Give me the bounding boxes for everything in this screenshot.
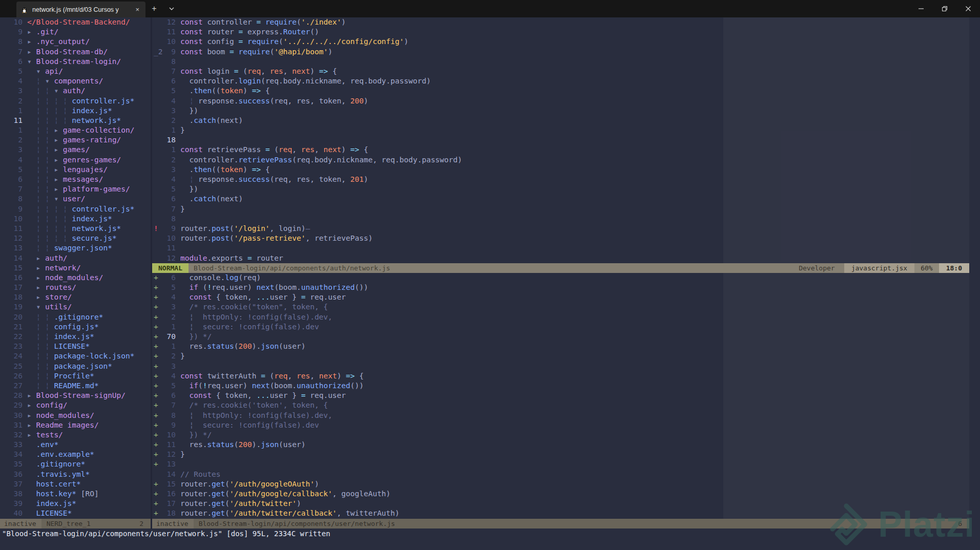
code-row[interactable]: 12const controller = require('./index') bbox=[152, 17, 969, 27]
tree-row[interactable]: 16 ▸ node_modules/ bbox=[0, 273, 151, 283]
code-row[interactable]: 6 controller.login(req.body.nickname, re… bbox=[152, 76, 969, 86]
tree-row[interactable]: 11 ¦ ¦ ¦ ¦ network.js* bbox=[0, 116, 151, 125]
tree-row[interactable]: 32▸ tests/ bbox=[0, 430, 151, 440]
tree-row[interactable]: 10</Blood-Stream-Backend/ bbox=[0, 17, 151, 27]
tree-row[interactable]: 3 ¦ ¦ ▾ auth/ bbox=[0, 86, 151, 96]
code-row[interactable]: 6 .catch(next) bbox=[152, 194, 969, 204]
tree-row[interactable]: 7 ¦ ¦ ▸ platform-games/ bbox=[0, 184, 151, 194]
tree-row[interactable]: 2 ¦ ¦ ¦ ¦ controller.js* bbox=[0, 96, 151, 106]
code-row[interactable]: +18router.get('/auth/twitter/callback', … bbox=[152, 509, 969, 518]
tree-row[interactable]: 40 LICENSE* bbox=[0, 509, 151, 518]
tree-row[interactable]: 5 ▾ api/ bbox=[0, 67, 151, 76]
tree-row[interactable]: 26 ¦ ¦ Procfile* bbox=[0, 371, 151, 381]
code-row[interactable]: +3 bbox=[152, 362, 969, 371]
code-row[interactable]: 10const config = require('../../../../co… bbox=[152, 37, 969, 47]
terminal-tab[interactable]: network.js (/mnt/d/03 Cursos y × bbox=[16, 2, 145, 17]
code-row[interactable]: 8 bbox=[152, 57, 969, 67]
tree-row[interactable]: 22 ¦ ¦ index.js* bbox=[0, 332, 151, 342]
tree-row[interactable]: 38 host.key* [RO] bbox=[0, 489, 151, 499]
code-row[interactable]: 1const retrievePass = (req, res, next) =… bbox=[152, 145, 969, 155]
code-row[interactable]: +12} bbox=[152, 450, 969, 459]
code-row[interactable]: +3 /* res.cookie("token", token, { bbox=[152, 302, 969, 312]
tree-row[interactable]: 29▸ config/ bbox=[0, 400, 151, 410]
tree-row[interactable]: 27 ¦ ¦ README.md* bbox=[0, 381, 151, 391]
code-row[interactable]: 8 bbox=[152, 214, 969, 224]
code-row[interactable]: +2} bbox=[152, 351, 969, 361]
tree-row[interactable]: 4 ¦ ▾ components/ bbox=[0, 76, 151, 86]
tree-row[interactable]: 33 .env* bbox=[0, 440, 151, 450]
code-row[interactable]: +5 if(!req.user) next(boom.unauthorized(… bbox=[152, 381, 969, 391]
tree-row[interactable]: 5 ¦ ¦ ▸ lenguajes/ bbox=[0, 165, 151, 175]
tree-row[interactable]: 10 ¦ ¦ ¦ ¦ index.js* bbox=[0, 214, 151, 224]
code-row[interactable]: 14// Routes bbox=[152, 470, 969, 479]
code-row[interactable]: +17router.get('/auth/twitter') bbox=[152, 499, 969, 509]
code-row[interactable]: +1 res.status(200).json(user) bbox=[152, 342, 969, 351]
new-tab-button[interactable]: + bbox=[145, 0, 163, 17]
minimize-button[interactable] bbox=[909, 0, 933, 17]
tree-row[interactable]: 35 .gitignore* bbox=[0, 459, 151, 469]
code-row[interactable]: 7} bbox=[152, 204, 969, 214]
tree-row[interactable]: 3 ¦ ¦ ▸ games/ bbox=[0, 145, 151, 155]
tree-row[interactable]: 19 ▾ utils/ bbox=[0, 302, 151, 312]
tab-close-icon[interactable]: × bbox=[133, 6, 141, 13]
tree-row[interactable]: 1 ¦ ¦ ▸ game-collection/ bbox=[0, 125, 151, 135]
code-row[interactable]: 11const router = express.Router() bbox=[152, 27, 969, 37]
tree-row[interactable]: 8▸ .nyc_output/ bbox=[0, 37, 151, 47]
tree-row[interactable]: 18 ▸ store/ bbox=[0, 292, 151, 302]
code-row[interactable]: 1} bbox=[152, 125, 969, 135]
tree-row[interactable]: 24 ¦ ¦ package-lock.json* bbox=[0, 351, 151, 361]
tree-row[interactable]: 30▸ node_modules/ bbox=[0, 411, 151, 420]
code-row[interactable]: 3 .then((token) => { bbox=[152, 165, 969, 175]
code-row[interactable]: 18 bbox=[152, 135, 969, 145]
code-row[interactable]: !9router.post('/login', login)– bbox=[152, 224, 969, 234]
code-row[interactable]: +6 const { token, ...user } = req.user bbox=[152, 391, 969, 400]
close-button[interactable] bbox=[956, 0, 980, 17]
tree-row[interactable]: 9 ¦ ¦ ¦ ¦ controller.js* bbox=[0, 204, 151, 214]
code-row[interactable]: 4 ¦ response.success(req, res, token, 20… bbox=[152, 96, 969, 106]
code-row[interactable]: 2 .catch(next) bbox=[152, 116, 969, 125]
tree-row[interactable]: 2 ¦ ¦ ▸ games-rating/ bbox=[0, 135, 151, 145]
code-row[interactable]: 5 .then((token) => { bbox=[152, 86, 969, 96]
tree-row[interactable]: 20 ¦ ¦ .gitignore* bbox=[0, 312, 151, 322]
code-row[interactable]: +8 ¦ httpOnly: !config(false).dev, bbox=[152, 411, 969, 420]
tree-row[interactable]: 9▸ .git/ bbox=[0, 27, 151, 37]
code-row[interactable]: 7const login = (req, res, next) => { bbox=[152, 67, 969, 76]
tree-row[interactable]: 15 ▸ network/ bbox=[0, 263, 151, 273]
tree-row[interactable]: 21 ¦ ¦ config.js* bbox=[0, 322, 151, 332]
tab-dropdown-button[interactable] bbox=[163, 0, 180, 17]
tree-row[interactable]: 13 ¦ ¦ swagger.json* bbox=[0, 243, 151, 253]
code-row[interactable]: +2 ¦ httpOnly: !config(false).dev, bbox=[152, 312, 969, 322]
code-row[interactable]: +13 bbox=[152, 459, 969, 469]
code-row[interactable]: +7 /* res.cookie('token', token, { bbox=[152, 400, 969, 410]
tree-row[interactable]: 31▸ Readme images/ bbox=[0, 420, 151, 430]
code-row[interactable]: 3 }) bbox=[152, 106, 969, 116]
code-row[interactable]: _29const boom = require('@hapi/boom') bbox=[152, 47, 969, 57]
tree-row[interactable]: 6▾ Blood-Stream-login/ bbox=[0, 57, 151, 67]
tree-row[interactable]: 23 ¦ ¦ LICENSE* bbox=[0, 342, 151, 351]
code-row[interactable]: +10 }) */ bbox=[152, 430, 969, 440]
code-row[interactable]: +5 if (!req.user) next(boom.unauthorized… bbox=[152, 283, 969, 292]
code-row[interactable]: 4 ¦ response.success(req, res, token, 20… bbox=[152, 175, 969, 184]
tree-row[interactable]: 37 host.cert* bbox=[0, 479, 151, 489]
tree-row[interactable]: 36 .travis.yml* bbox=[0, 470, 151, 479]
code-row[interactable]: 5 }) bbox=[152, 184, 969, 194]
code-row[interactable]: 10router.post('/pass-retrieve', retrieve… bbox=[152, 234, 969, 243]
tree-row[interactable]: 17 ▸ routes/ bbox=[0, 283, 151, 292]
code-row[interactable]: +4 const { token, ...user } = req.user bbox=[152, 292, 969, 302]
code-row[interactable]: +16router.get('/auth/google/callback', g… bbox=[152, 489, 969, 499]
tree-row[interactable]: 4 ¦ ¦ ▸ genres-games/ bbox=[0, 155, 151, 165]
tree-row[interactable]: 12 ¦ ¦ ¦ ¦ secure.js* bbox=[0, 234, 151, 243]
tree-row[interactable]: 11 ¦ ¦ ¦ ¦ network.js* bbox=[0, 224, 151, 234]
code-row[interactable]: +4const twitterAuth = (req, res, next) =… bbox=[152, 371, 969, 381]
tree-row[interactable]: 6 ¦ ¦ ▸ messages/ bbox=[0, 175, 151, 184]
code-row[interactable]: +9 ¦ secure: !config(false).dev bbox=[152, 420, 969, 430]
tree-row[interactable]: 8 ¦ ¦ ▾ user/ bbox=[0, 194, 151, 204]
code-row[interactable]: 12module.exports = router bbox=[152, 253, 969, 263]
code-row[interactable]: +6 console.log(req) bbox=[152, 273, 969, 283]
code-row[interactable]: 11 bbox=[152, 243, 969, 253]
tree-row[interactable]: 39 index.js* bbox=[0, 499, 151, 509]
tree-row[interactable]: 7▸ Blood-Stream-db/ bbox=[0, 47, 151, 57]
code-row[interactable]: 2 controller.retrievePass(req.body.nickn… bbox=[152, 155, 969, 165]
tree-row[interactable]: 28▸ Blood-Stream-signUp/ bbox=[0, 391, 151, 400]
tree-row[interactable]: 34 .env.example* bbox=[0, 450, 151, 459]
